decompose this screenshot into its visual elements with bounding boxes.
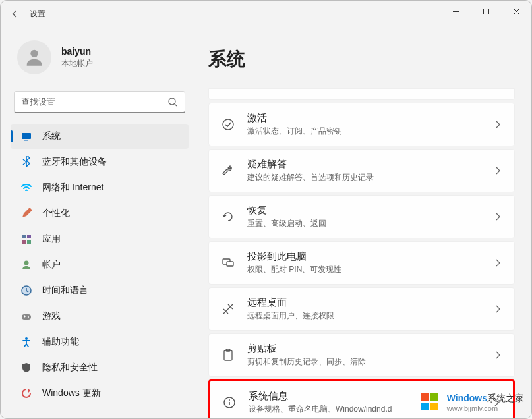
- svg-rect-27: [421, 393, 429, 401]
- sidebar-item-bluetooth[interactable]: 蓝牙和其他设备: [11, 150, 189, 175]
- close-button[interactable]: [501, 1, 531, 22]
- svg-line-6: [175, 104, 177, 106]
- watermark-url: www.bjjmlv.com: [447, 405, 524, 412]
- sidebar-item-personalize[interactable]: 个性化: [11, 201, 189, 226]
- sidebar-item-label: 个性化: [42, 208, 70, 219]
- search-box[interactable]: [14, 91, 185, 113]
- sidebar-item-system[interactable]: 系统: [11, 124, 189, 149]
- svg-rect-9: [22, 235, 26, 238]
- card-subtitle: 权限、配对 PIN、可发现性: [247, 264, 493, 275]
- sidebar-item-update[interactable]: Windows 更新: [11, 381, 189, 406]
- sidebar-item-label: 帐户: [42, 259, 61, 271]
- sidebar-item-label: 时间和语言: [42, 285, 88, 296]
- back-button[interactable]: [7, 6, 23, 22]
- svg-rect-12: [27, 240, 31, 244]
- setting-card-wrench[interactable]: 疑难解答 建议的疑难解答、首选项和历史记录: [208, 149, 515, 192]
- wifi-icon: [20, 182, 32, 194]
- setting-card-project[interactable]: 投影到此电脑 权限、配对 PIN、可发现性: [208, 241, 515, 285]
- maximize-button[interactable]: [471, 1, 501, 22]
- page-title: 系统: [208, 47, 515, 72]
- svg-point-19: [223, 119, 233, 130]
- apps-icon: [20, 233, 32, 245]
- windows-logo-icon: [417, 389, 443, 416]
- card-title: 激活: [247, 112, 493, 125]
- clipboard-icon: [221, 348, 235, 362]
- recovery-icon: [221, 210, 235, 224]
- card-subtitle: 重置、高级启动、返回: [247, 218, 493, 229]
- svg-rect-21: [227, 262, 233, 266]
- sidebar-item-label: 游戏: [42, 310, 61, 322]
- sidebar-item-apps[interactable]: 应用: [11, 227, 189, 252]
- watermark: Windows系统之家 www.bjjmlv.com: [417, 389, 524, 416]
- info-icon: [222, 395, 237, 410]
- bluetooth-icon: [20, 156, 32, 168]
- svg-rect-7: [22, 133, 31, 139]
- main-content: 系统 激活 激活状态、订阅、产品密钥 疑难解答 建议的疑难解答、首选项和历史记录…: [198, 27, 531, 418]
- chevron-right-icon: [493, 166, 502, 175]
- chevron-right-icon: [493, 304, 502, 314]
- check-icon: [221, 117, 235, 132]
- setting-card-clipboard[interactable]: 剪贴板 剪切和复制历史记录、同步、清除: [208, 333, 515, 377]
- nav-list: 系统 蓝牙和其他设备 网络和 Internet 个性化 应用 帐户 时间和语言 …: [7, 123, 192, 418]
- svg-rect-10: [27, 235, 31, 238]
- svg-rect-8: [24, 140, 28, 141]
- sidebar-item-privacy[interactable]: 隐私和安全性: [11, 355, 189, 380]
- sidebar-item-label: 系统: [42, 130, 61, 142]
- card-subtitle: 剪切和复制历史记录、同步、清除: [247, 356, 493, 368]
- sidebar-item-accounts[interactable]: 帐户: [11, 252, 189, 277]
- setting-card-remote[interactable]: 远程桌面 远程桌面用户、连接权限: [208, 287, 515, 331]
- chevron-right-icon: [493, 120, 502, 129]
- sidebar-item-accessibility[interactable]: 辅助功能: [11, 329, 189, 354]
- card-title: 疑难解答: [247, 158, 493, 171]
- sidebar-item-label: 辅助功能: [42, 336, 79, 348]
- sidebar-item-label: 蓝牙和其他设备: [42, 156, 107, 168]
- sidebar-item-wifi[interactable]: 网络和 Internet: [11, 175, 189, 200]
- card-subtitle: 远程桌面用户、连接权限: [247, 310, 493, 321]
- svg-rect-30: [430, 403, 438, 410]
- avatar: [17, 40, 51, 74]
- card-title: 远程桌面: [247, 296, 493, 309]
- project-icon: [221, 256, 235, 270]
- card-title: 剪贴板: [247, 343, 493, 355]
- svg-point-5: [169, 98, 175, 105]
- svg-point-18: [25, 337, 28, 340]
- svg-point-25: [229, 399, 230, 401]
- search-input[interactable]: [21, 97, 167, 107]
- minimize-button[interactable]: [440, 1, 471, 22]
- sidebar-item-label: 应用: [42, 233, 61, 245]
- personalize-icon: [20, 208, 32, 219]
- setting-card-check[interactable]: 激活 激活状态、订阅、产品密钥: [208, 103, 515, 146]
- update-icon: [20, 387, 32, 399]
- privacy-icon: [20, 362, 32, 374]
- card-spacer: [208, 88, 515, 100]
- card-title: 投影到此电脑: [247, 250, 493, 263]
- gaming-icon: [20, 310, 32, 322]
- chevron-right-icon: [493, 258, 502, 267]
- card-subtitle: 激活状态、订阅、产品密钥: [247, 126, 493, 137]
- svg-rect-11: [22, 240, 26, 244]
- user-type: 本地帐户: [61, 58, 93, 69]
- svg-point-17: [28, 317, 29, 318]
- card-title: 恢复: [247, 204, 493, 217]
- sidebar-item-time[interactable]: 时间和语言: [11, 278, 189, 303]
- accounts-icon: [20, 259, 32, 271]
- svg-rect-15: [22, 314, 31, 320]
- remote-icon: [221, 302, 235, 316]
- window-controls: [440, 1, 531, 22]
- card-subtitle: 建议的疑难解答、首选项和历史记录: [247, 172, 493, 183]
- sidebar: baiyun 本地帐户 系统 蓝牙和其他设备 网络和 Internet 个性化 …: [1, 27, 198, 418]
- svg-point-4: [30, 50, 38, 57]
- svg-rect-1: [483, 9, 488, 14]
- sidebar-item-gaming[interactable]: 游戏: [11, 304, 189, 329]
- setting-card-recovery[interactable]: 恢复 重置、高级启动、返回: [208, 195, 515, 238]
- svg-point-13: [24, 261, 29, 265]
- titlebar: 设置: [1, 1, 531, 27]
- accessibility-icon: [20, 336, 32, 348]
- time-icon: [20, 285, 32, 296]
- sidebar-item-label: Windows 更新: [42, 387, 101, 399]
- wrench-icon: [221, 163, 235, 178]
- search-icon: [167, 97, 178, 107]
- svg-rect-28: [430, 393, 438, 401]
- user-info[interactable]: baiyun 本地帐户: [7, 34, 192, 88]
- svg-rect-29: [421, 403, 429, 410]
